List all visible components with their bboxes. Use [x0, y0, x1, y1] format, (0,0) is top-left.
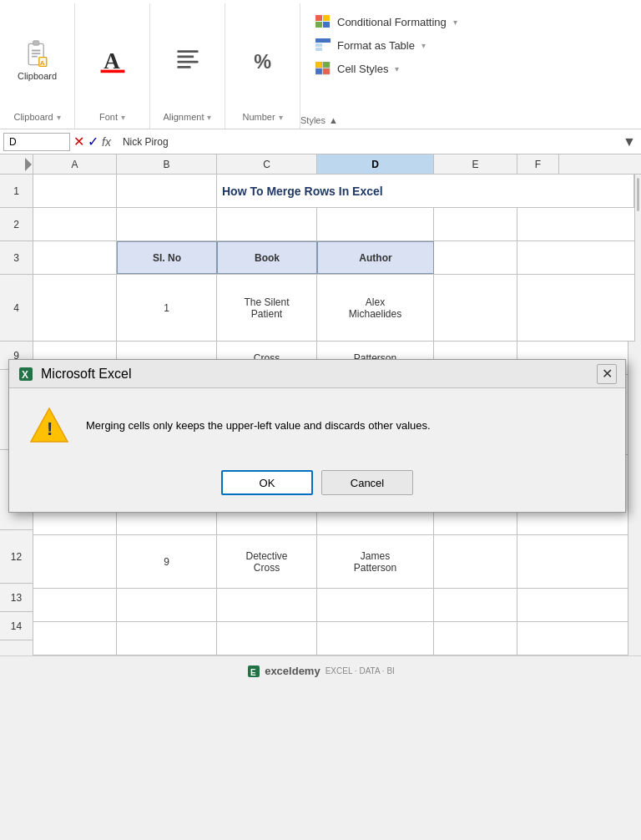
cell-b1[interactable]: [117, 175, 217, 207]
dialog-close-button[interactable]: ✕: [597, 364, 617, 384]
row-header-13[interactable]: 13: [0, 584, 33, 612]
cell-c3-header[interactable]: Book: [217, 241, 317, 274]
formula-dropdown[interactable]: ▼: [621, 134, 638, 149]
conditional-formatting-button[interactable]: Conditional Formatting ▾: [310, 12, 462, 32]
clipboard-button[interactable]: A Clipboard: [13, 34, 62, 84]
cell-d3-header[interactable]: Author: [317, 241, 434, 274]
cell-e13[interactable]: [434, 589, 517, 621]
row-header-3[interactable]: 3: [0, 241, 33, 275]
cell-b12[interactable]: 9: [117, 535, 217, 588]
cell-c12[interactable]: Detective Cross: [217, 535, 317, 588]
warning-icon: !: [29, 405, 69, 445]
row-header-2[interactable]: 2: [0, 208, 33, 241]
row-header-12[interactable]: 12: [0, 530, 33, 584]
cell-a4[interactable]: [33, 275, 117, 341]
row-header-1[interactable]: 1: [0, 175, 33, 208]
cell-c14[interactable]: [217, 622, 317, 655]
number-icon: %: [246, 43, 280, 76]
header-spacer: [0, 154, 33, 174]
cell-b13[interactable]: [117, 589, 217, 621]
font-button[interactable]: A: [91, 39, 134, 79]
cell-d4[interactable]: Alex Michaelides: [317, 275, 434, 341]
svg-text:E: E: [250, 668, 256, 677]
cell-b3-header[interactable]: Sl. No: [117, 241, 217, 274]
clipboard-label: Clipboard: [18, 71, 57, 81]
scrollbar-right-lower[interactable]: [628, 342, 641, 655]
cell-reference-box[interactable]: D: [3, 133, 70, 151]
dialog-cancel-button[interactable]: Cancel: [321, 470, 413, 495]
ribbon-group-font: A Font ▾: [75, 3, 150, 129]
dialog-ok-button[interactable]: OK: [221, 470, 313, 495]
cell-a14[interactable]: [33, 622, 117, 655]
scrollbar-right[interactable]: [634, 175, 641, 342]
select-all-triangle[interactable]: [0, 154, 33, 175]
col-header-c[interactable]: C: [217, 154, 317, 174]
confirm-formula-icon[interactable]: ✓: [88, 134, 98, 149]
svg-marker-27: [25, 158, 32, 171]
cell-b2[interactable]: [117, 208, 217, 240]
cell-c13[interactable]: [217, 589, 317, 621]
table-row: How To Merge Rows In Excel: [33, 175, 634, 208]
cell-e4[interactable]: [434, 275, 517, 341]
svg-rect-11: [177, 61, 198, 63]
cell-a3[interactable]: [33, 241, 117, 274]
ribbon: A Clipboard Clipboard ▾ A Fo: [0, 0, 641, 129]
dialog-buttons: OK Cancel: [9, 462, 625, 512]
grid-area: How To Merge Rows In Excel Sl. No Book: [33, 175, 634, 342]
cell-a13[interactable]: [33, 589, 117, 621]
col-header-d[interactable]: D: [317, 154, 434, 174]
table-row: Sl. No Book Author: [33, 241, 634, 275]
svg-rect-9: [177, 50, 198, 53]
col-header-f[interactable]: F: [517, 154, 559, 174]
row-header-14[interactable]: 14: [0, 612, 33, 640]
cell-styles-button[interactable]: Cell Styles ▾: [310, 58, 462, 78]
formula-input[interactable]: Nick Pirog: [123, 136, 621, 148]
row-headers: 1 2 3 4: [0, 175, 33, 342]
clipboard-icon: A: [21, 38, 54, 71]
cell-title[interactable]: How To Merge Rows In Excel: [217, 175, 634, 207]
cell-c4[interactable]: The Silent Patient: [217, 275, 317, 341]
cell-a1[interactable]: [33, 175, 117, 207]
col-header-b[interactable]: B: [117, 154, 217, 174]
cell-d12[interactable]: James Patterson: [317, 535, 434, 588]
svg-text:X: X: [22, 369, 28, 381]
formula-bar: D ✕ ✓ fx Nick Pirog ▼: [0, 129, 641, 154]
styles-section: Conditional Formatting ▾ Format as Table…: [300, 3, 479, 129]
conditional-formatting-label: Conditional Formatting: [337, 16, 447, 28]
cell-b4[interactable]: 1: [117, 275, 217, 341]
ribbon-group-clipboard: A Clipboard Clipboard ▾: [0, 3, 75, 129]
font-chevron: ▾: [121, 113, 125, 122]
alignment-icon: [171, 43, 204, 76]
styles-collapse-icon[interactable]: ▲: [329, 115, 338, 125]
cell-e14[interactable]: [434, 622, 517, 655]
cell-a12[interactable]: [33, 535, 117, 588]
svg-rect-23: [315, 62, 322, 68]
table-row: [33, 622, 628, 655]
format-as-table-button[interactable]: Format as Table ▾: [310, 35, 462, 55]
fx-label: fx: [102, 135, 111, 149]
dialog-microsoft-excel: X Microsoft Excel ✕ ! Merging cells only…: [8, 359, 626, 513]
col-header-e[interactable]: E: [434, 154, 517, 174]
cell-e2[interactable]: [434, 208, 517, 240]
number-group-label: Number ▾: [242, 112, 282, 125]
cell-d2[interactable]: [317, 208, 434, 240]
svg-text:A: A: [103, 48, 120, 73]
cancel-formula-icon[interactable]: ✕: [73, 134, 84, 149]
cell-a2[interactable]: [33, 208, 117, 240]
number-button[interactable]: %: [241, 39, 285, 79]
cell-b14[interactable]: [117, 622, 217, 655]
ribbon-group-alignment: Alignment ▾: [150, 3, 225, 129]
cell-e12[interactable]: [434, 535, 517, 588]
cell-d13[interactable]: [317, 589, 434, 621]
ribbon-styles-items: Conditional Formatting ▾ Format as Table…: [300, 7, 472, 115]
cell-c2[interactable]: [217, 208, 317, 240]
alignment-button[interactable]: [166, 39, 209, 79]
row-header-4[interactable]: 4: [0, 275, 33, 342]
svg-text:%: %: [254, 51, 271, 73]
cell-d14[interactable]: [317, 622, 434, 655]
footer-logo: E exceldemy: [246, 664, 320, 679]
cell-e3[interactable]: [434, 241, 517, 274]
footer-tagline: EXCEL · DATA · BI: [326, 666, 395, 676]
svg-rect-20: [324, 43, 331, 47]
col-header-a[interactable]: A: [33, 154, 117, 174]
